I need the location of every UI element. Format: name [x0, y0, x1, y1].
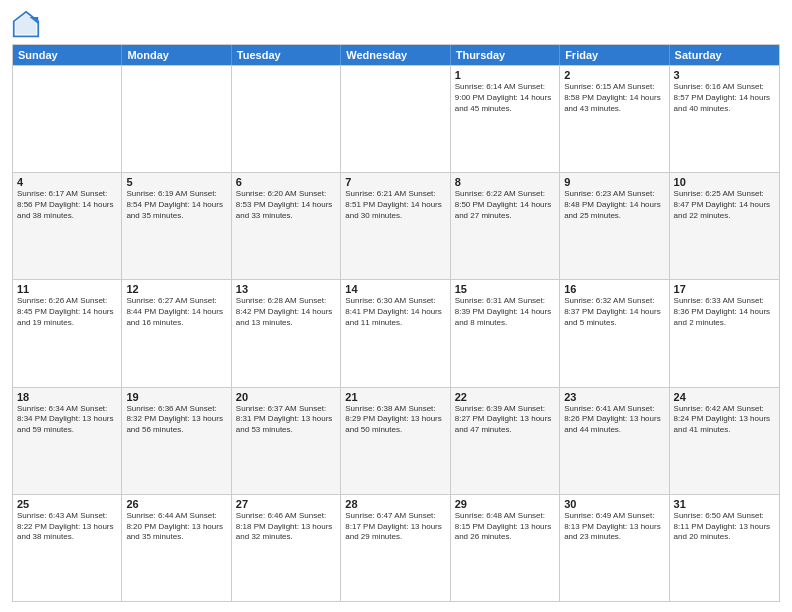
- logo-icon: [12, 10, 40, 38]
- cell-info: Sunrise: 6:44 AM Sunset: 8:20 PM Dayligh…: [126, 511, 226, 543]
- calendar-cell: [122, 66, 231, 172]
- calendar-cell: 27Sunrise: 6:46 AM Sunset: 8:18 PM Dayli…: [232, 495, 341, 601]
- day-number: 7: [345, 176, 445, 188]
- day-number: 3: [674, 69, 775, 81]
- cell-info: Sunrise: 6:25 AM Sunset: 8:47 PM Dayligh…: [674, 189, 775, 221]
- weekday-header: Wednesday: [341, 45, 450, 65]
- calendar-cell: 25Sunrise: 6:43 AM Sunset: 8:22 PM Dayli…: [13, 495, 122, 601]
- calendar-header: SundayMondayTuesdayWednesdayThursdayFrid…: [13, 45, 779, 65]
- calendar-body: 1Sunrise: 6:14 AM Sunset: 9:00 PM Daylig…: [13, 65, 779, 601]
- cell-info: Sunrise: 6:15 AM Sunset: 8:58 PM Dayligh…: [564, 82, 664, 114]
- cell-info: Sunrise: 6:20 AM Sunset: 8:53 PM Dayligh…: [236, 189, 336, 221]
- cell-info: Sunrise: 6:16 AM Sunset: 8:57 PM Dayligh…: [674, 82, 775, 114]
- weekday-header: Tuesday: [232, 45, 341, 65]
- calendar-cell: 5Sunrise: 6:19 AM Sunset: 8:54 PM Daylig…: [122, 173, 231, 279]
- calendar-cell: 4Sunrise: 6:17 AM Sunset: 8:56 PM Daylig…: [13, 173, 122, 279]
- cell-info: Sunrise: 6:22 AM Sunset: 8:50 PM Dayligh…: [455, 189, 555, 221]
- cell-info: Sunrise: 6:50 AM Sunset: 8:11 PM Dayligh…: [674, 511, 775, 543]
- day-number: 5: [126, 176, 226, 188]
- day-number: 2: [564, 69, 664, 81]
- day-number: 26: [126, 498, 226, 510]
- calendar-cell: 3Sunrise: 6:16 AM Sunset: 8:57 PM Daylig…: [670, 66, 779, 172]
- day-number: 16: [564, 283, 664, 295]
- calendar-cell: [341, 66, 450, 172]
- day-number: 21: [345, 391, 445, 403]
- cell-info: Sunrise: 6:19 AM Sunset: 8:54 PM Dayligh…: [126, 189, 226, 221]
- calendar-cell: 2Sunrise: 6:15 AM Sunset: 8:58 PM Daylig…: [560, 66, 669, 172]
- weekday-header: Friday: [560, 45, 669, 65]
- day-number: 12: [126, 283, 226, 295]
- calendar-cell: 7Sunrise: 6:21 AM Sunset: 8:51 PM Daylig…: [341, 173, 450, 279]
- cell-info: Sunrise: 6:36 AM Sunset: 8:32 PM Dayligh…: [126, 404, 226, 436]
- cell-info: Sunrise: 6:30 AM Sunset: 8:41 PM Dayligh…: [345, 296, 445, 328]
- day-number: 10: [674, 176, 775, 188]
- day-number: 9: [564, 176, 664, 188]
- day-number: 14: [345, 283, 445, 295]
- day-number: 29: [455, 498, 555, 510]
- day-number: 19: [126, 391, 226, 403]
- calendar-cell: 30Sunrise: 6:49 AM Sunset: 8:13 PM Dayli…: [560, 495, 669, 601]
- day-number: 28: [345, 498, 445, 510]
- calendar-cell: [13, 66, 122, 172]
- calendar-cell: 31Sunrise: 6:50 AM Sunset: 8:11 PM Dayli…: [670, 495, 779, 601]
- cell-info: Sunrise: 6:42 AM Sunset: 8:24 PM Dayligh…: [674, 404, 775, 436]
- cell-info: Sunrise: 6:21 AM Sunset: 8:51 PM Dayligh…: [345, 189, 445, 221]
- cell-info: Sunrise: 6:31 AM Sunset: 8:39 PM Dayligh…: [455, 296, 555, 328]
- calendar-cell: 19Sunrise: 6:36 AM Sunset: 8:32 PM Dayli…: [122, 388, 231, 494]
- weekday-header: Sunday: [13, 45, 122, 65]
- calendar-cell: 29Sunrise: 6:48 AM Sunset: 8:15 PM Dayli…: [451, 495, 560, 601]
- cell-info: Sunrise: 6:37 AM Sunset: 8:31 PM Dayligh…: [236, 404, 336, 436]
- calendar-cell: 8Sunrise: 6:22 AM Sunset: 8:50 PM Daylig…: [451, 173, 560, 279]
- calendar-cell: 12Sunrise: 6:27 AM Sunset: 8:44 PM Dayli…: [122, 280, 231, 386]
- calendar-cell: 18Sunrise: 6:34 AM Sunset: 8:34 PM Dayli…: [13, 388, 122, 494]
- calendar-cell: 1Sunrise: 6:14 AM Sunset: 9:00 PM Daylig…: [451, 66, 560, 172]
- calendar-row: 18Sunrise: 6:34 AM Sunset: 8:34 PM Dayli…: [13, 387, 779, 494]
- cell-info: Sunrise: 6:28 AM Sunset: 8:42 PM Dayligh…: [236, 296, 336, 328]
- day-number: 17: [674, 283, 775, 295]
- cell-info: Sunrise: 6:46 AM Sunset: 8:18 PM Dayligh…: [236, 511, 336, 543]
- cell-info: Sunrise: 6:48 AM Sunset: 8:15 PM Dayligh…: [455, 511, 555, 543]
- day-number: 22: [455, 391, 555, 403]
- calendar-cell: 28Sunrise: 6:47 AM Sunset: 8:17 PM Dayli…: [341, 495, 450, 601]
- cell-info: Sunrise: 6:49 AM Sunset: 8:13 PM Dayligh…: [564, 511, 664, 543]
- day-number: 25: [17, 498, 117, 510]
- calendar-cell: 15Sunrise: 6:31 AM Sunset: 8:39 PM Dayli…: [451, 280, 560, 386]
- calendar-cell: 10Sunrise: 6:25 AM Sunset: 8:47 PM Dayli…: [670, 173, 779, 279]
- cell-info: Sunrise: 6:38 AM Sunset: 8:29 PM Dayligh…: [345, 404, 445, 436]
- day-number: 30: [564, 498, 664, 510]
- cell-info: Sunrise: 6:27 AM Sunset: 8:44 PM Dayligh…: [126, 296, 226, 328]
- calendar-row: 11Sunrise: 6:26 AM Sunset: 8:45 PM Dayli…: [13, 279, 779, 386]
- weekday-header: Thursday: [451, 45, 560, 65]
- day-number: 15: [455, 283, 555, 295]
- cell-info: Sunrise: 6:26 AM Sunset: 8:45 PM Dayligh…: [17, 296, 117, 328]
- day-number: 27: [236, 498, 336, 510]
- day-number: 24: [674, 391, 775, 403]
- cell-info: Sunrise: 6:43 AM Sunset: 8:22 PM Dayligh…: [17, 511, 117, 543]
- logo: [12, 10, 44, 38]
- day-number: 8: [455, 176, 555, 188]
- weekday-header: Saturday: [670, 45, 779, 65]
- cell-info: Sunrise: 6:47 AM Sunset: 8:17 PM Dayligh…: [345, 511, 445, 543]
- calendar-cell: 17Sunrise: 6:33 AM Sunset: 8:36 PM Dayli…: [670, 280, 779, 386]
- cell-info: Sunrise: 6:41 AM Sunset: 8:26 PM Dayligh…: [564, 404, 664, 436]
- calendar-cell: 23Sunrise: 6:41 AM Sunset: 8:26 PM Dayli…: [560, 388, 669, 494]
- calendar-cell: [232, 66, 341, 172]
- day-number: 31: [674, 498, 775, 510]
- calendar-cell: 21Sunrise: 6:38 AM Sunset: 8:29 PM Dayli…: [341, 388, 450, 494]
- day-number: 13: [236, 283, 336, 295]
- cell-info: Sunrise: 6:17 AM Sunset: 8:56 PM Dayligh…: [17, 189, 117, 221]
- cell-info: Sunrise: 6:14 AM Sunset: 9:00 PM Dayligh…: [455, 82, 555, 114]
- calendar-cell: 26Sunrise: 6:44 AM Sunset: 8:20 PM Dayli…: [122, 495, 231, 601]
- weekday-header: Monday: [122, 45, 231, 65]
- day-number: 20: [236, 391, 336, 403]
- day-number: 4: [17, 176, 117, 188]
- day-number: 23: [564, 391, 664, 403]
- cell-info: Sunrise: 6:33 AM Sunset: 8:36 PM Dayligh…: [674, 296, 775, 328]
- calendar-row: 1Sunrise: 6:14 AM Sunset: 9:00 PM Daylig…: [13, 65, 779, 172]
- calendar-cell: 14Sunrise: 6:30 AM Sunset: 8:41 PM Dayli…: [341, 280, 450, 386]
- day-number: 18: [17, 391, 117, 403]
- calendar-cell: 22Sunrise: 6:39 AM Sunset: 8:27 PM Dayli…: [451, 388, 560, 494]
- calendar-row: 25Sunrise: 6:43 AM Sunset: 8:22 PM Dayli…: [13, 494, 779, 601]
- calendar-cell: 20Sunrise: 6:37 AM Sunset: 8:31 PM Dayli…: [232, 388, 341, 494]
- calendar-cell: 11Sunrise: 6:26 AM Sunset: 8:45 PM Dayli…: [13, 280, 122, 386]
